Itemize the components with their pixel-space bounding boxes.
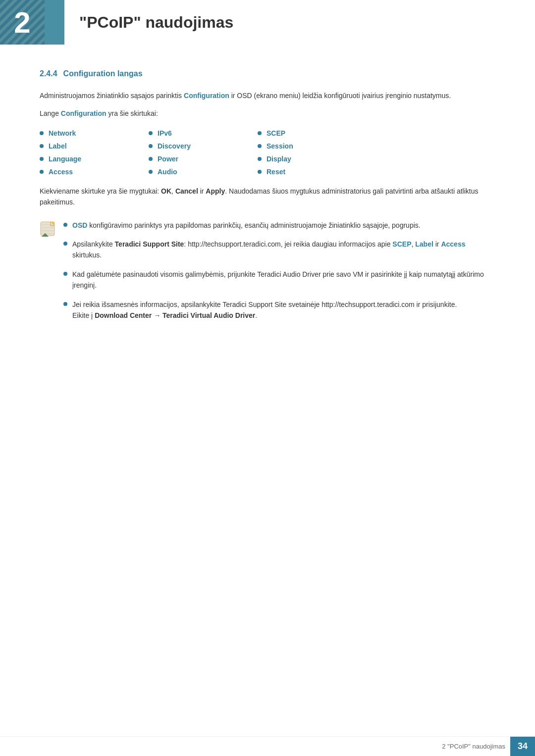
note-text-2: Apsilankykite Teradici Support Site: htt… <box>72 239 495 261</box>
note-text-1: OSD konfigūravimo parinktys yra papildom… <box>72 220 495 231</box>
tab-item-display: Display <box>258 155 357 163</box>
bullet-icon <box>40 144 44 148</box>
tab-label-label: Label <box>49 142 67 150</box>
teradici-support-label: Teradici Support Site <box>115 240 184 248</box>
tab-item-label: Label <box>40 142 139 150</box>
notes-section: OSD konfigūravimo parinktys yra papildom… <box>40 220 495 329</box>
chapter-number: 2 <box>0 0 45 45</box>
note-item-1: OSD konfigūravimo parinktys yra papildom… <box>63 220 495 231</box>
access-ref: Access <box>441 240 465 248</box>
tab-label-language: Language <box>49 155 81 163</box>
bullet-icon <box>40 170 44 174</box>
bullet-icon <box>258 144 262 148</box>
chapter-title: "PCoIP" naudojimas <box>64 0 535 45</box>
label-ref: Label <box>415 240 433 248</box>
tab-label-power: Power <box>158 155 178 163</box>
section-heading: 2.4.4Configuration langas <box>40 69 495 80</box>
note-item-3: Kad galėtumėte pasinaudoti visomis galim… <box>63 269 495 291</box>
bullet-icon <box>149 170 153 174</box>
p1-prefix: Administruojamos žiniatinklio sąsajos pa… <box>40 92 184 100</box>
tab-item-audio: Audio <box>149 168 248 176</box>
p2-end: yra šie skirtukai: <box>107 109 158 117</box>
tab-label-scep: SCEP <box>267 129 285 137</box>
paragraph-1: Administruojamos žiniatinklio sąsajos pa… <box>40 90 495 101</box>
tab-label-discovery: Discovery <box>158 142 191 150</box>
p2-bold: Configuration <box>61 109 107 117</box>
tab-item-access: Access <box>40 168 139 176</box>
osd-label: OSD <box>72 221 87 229</box>
tab-label-reset: Reset <box>267 168 285 176</box>
bullet-icon <box>149 144 153 148</box>
chapter-number-box: 2 <box>0 0 45 45</box>
p1-rest: ir OSD (ekrano meniu) leidžia konfigūruo… <box>229 92 451 100</box>
p2-start: Lange <box>40 109 61 117</box>
page-header: 2 "PCoIP" naudojimas <box>0 0 535 45</box>
bullet-icon <box>149 131 153 135</box>
note-item-4: Jei reikia išsamesnės informacijos, apsi… <box>63 299 495 321</box>
buttons-paragraph: Kiekviename skirtuke yra šie mygtukai: O… <box>40 186 495 208</box>
note-item-2: Apsilankykite Teradici Support Site: htt… <box>63 239 495 261</box>
bullet-icon <box>258 157 262 161</box>
bullet-icon <box>40 157 44 161</box>
tab-label-access: Access <box>49 168 73 176</box>
ok-label: OK <box>161 187 171 195</box>
bullet-icon <box>258 170 262 174</box>
page-number: 34 <box>510 737 535 756</box>
tab-item-ipv6: IPv6 <box>149 129 248 137</box>
bullet-icon <box>63 272 67 276</box>
tab-label-session: Session <box>267 142 293 150</box>
bullet-icon <box>63 302 67 306</box>
tab-label-display: Display <box>267 155 291 163</box>
tab-item-language: Language <box>40 155 139 163</box>
tab-item-power: Power <box>149 155 248 163</box>
bullet-icon <box>40 131 44 135</box>
arrow-icon: → <box>152 311 162 319</box>
download-center-label: Download Center <box>95 311 152 319</box>
notes-list: OSD konfigūravimo parinktys yra papildom… <box>63 220 495 329</box>
scep-ref: SCEP <box>392 240 411 248</box>
bullet-icon <box>63 223 67 227</box>
tab-list: Network IPv6 SCEP Label Discovery Sessio… <box>40 129 495 176</box>
p1-bold: Configuration <box>184 92 229 100</box>
virtual-audio-driver-label: Teradici Virtual Audio Driver <box>162 311 255 319</box>
title-text: "PCoIP" naudojimas <box>79 13 233 32</box>
tab-item-session: Session <box>258 142 357 150</box>
paragraph-2: Lange Configuration yra šie skirtukai: <box>40 108 495 119</box>
note-icon <box>40 221 55 237</box>
section-number: 2.4.4 <box>40 69 57 78</box>
bullet-icon <box>258 131 262 135</box>
main-content: 2.4.4Configuration langas Administruojam… <box>0 45 535 368</box>
bullet-icon <box>149 157 153 161</box>
tab-label-ipv6: IPv6 <box>158 129 172 137</box>
apply-label: Apply <box>206 187 225 195</box>
section-title: Configuration langas <box>63 69 143 78</box>
tab-label-audio: Audio <box>158 168 177 176</box>
tab-item-scep: SCEP <box>258 129 357 137</box>
buttons-intro: Kiekviename skirtuke yra šie mygtukai: <box>40 187 161 195</box>
cancel-label: Cancel <box>175 187 198 195</box>
page-footer: 2 "PCoIP" naudojimas 34 <box>0 736 535 756</box>
footer-chapter-text: 2 "PCoIP" naudojimas <box>442 743 505 750</box>
note-text-3: Kad galėtumėte pasinaudoti visomis galim… <box>72 269 495 291</box>
tab-item-discovery: Discovery <box>149 142 248 150</box>
tab-item-network: Network <box>40 129 139 137</box>
bullet-icon <box>63 242 67 246</box>
tab-label-network: Network <box>49 129 76 137</box>
note-text-4: Jei reikia išsamesnės informacijos, apsi… <box>72 299 495 321</box>
tab-item-reset: Reset <box>258 168 357 176</box>
